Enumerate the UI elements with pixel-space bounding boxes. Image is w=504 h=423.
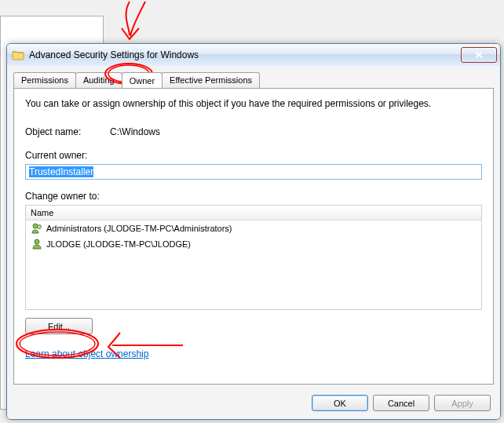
apply-button[interactable]: Apply	[434, 395, 491, 411]
svg-point-2	[35, 239, 39, 244]
canvas: Advanced Security Settings for Windows P…	[0, 0, 504, 423]
object-name-row: Object name: C:\Windows	[25, 126, 482, 137]
titlebar: Advanced Security Settings for Windows	[7, 44, 500, 67]
tab-permissions[interactable]: Permissions	[13, 72, 76, 88]
owner-list[interactable]: Name Administrators (JLODGE-TM-PC\Admini…	[25, 205, 482, 310]
cancel-button[interactable]: Cancel	[373, 395, 429, 411]
window-title: Advanced Security Settings for Windows	[29, 49, 461, 60]
edit-area: Edit...	[25, 318, 482, 334]
edit-button[interactable]: Edit...	[25, 318, 93, 334]
svg-point-1	[38, 225, 42, 229]
annotation-arrow-icon	[106, 0, 161, 47]
tab-owner[interactable]: Owner	[122, 72, 163, 88]
list-item-label: Administrators (JLODGE-TM-PC\Administrat…	[46, 224, 232, 233]
list-item[interactable]: Administrators (JLODGE-TM-PC\Administrat…	[26, 221, 481, 236]
current-owner-field[interactable]: TrustedInstaller	[25, 164, 482, 180]
change-owner-label: Change owner to:	[25, 191, 482, 202]
object-name-value: C:\Windows	[110, 126, 160, 137]
close-button[interactable]	[461, 47, 497, 63]
ok-button[interactable]: OK	[312, 395, 368, 411]
user-icon	[31, 238, 43, 250]
tab-auditing[interactable]: Auditing	[75, 72, 122, 88]
list-item[interactable]: JLODGE (JLODGE-TM-PC\JLODGE)	[26, 236, 481, 252]
dialog-body: Permissions Auditing Owner Effective Per…	[7, 66, 500, 419]
panel-inner: You can take or assign ownership of this…	[14, 89, 493, 369]
dialog-window: Advanced Security Settings for Windows P…	[6, 43, 501, 420]
users-group-icon	[31, 222, 43, 235]
tab-panel: You can take or assign ownership of this…	[13, 88, 494, 385]
current-owner-value: TrustedInstaller	[29, 166, 93, 177]
tab-strip: Permissions Auditing Owner Effective Per…	[13, 72, 259, 88]
learn-link[interactable]: Learn about object ownership	[25, 348, 148, 359]
list-header-name[interactable]: Name	[26, 206, 481, 221]
dialog-buttons: OK Cancel Apply	[312, 395, 491, 411]
object-name-label: Object name:	[25, 126, 110, 137]
close-icon	[475, 52, 483, 58]
description-text: You can take or assign ownership of this…	[25, 98, 482, 109]
tab-effective-permissions[interactable]: Effective Permissions	[162, 72, 260, 88]
folder-icon	[12, 49, 24, 61]
list-item-label: JLODGE (JLODGE-TM-PC\JLODGE)	[46, 239, 191, 249]
svg-point-0	[33, 224, 38, 228]
current-owner-label: Current owner:	[25, 150, 482, 161]
